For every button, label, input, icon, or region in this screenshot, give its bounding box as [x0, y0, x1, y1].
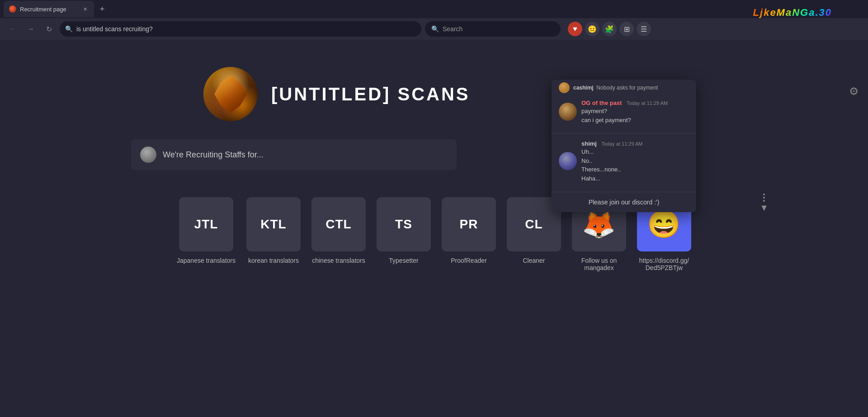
profile-button[interactable]: 😐	[585, 22, 599, 36]
nav-bar: ← → ↻ 🔍 is untitled scans recruiting? 🔍 …	[0, 18, 868, 40]
role-box-pr: PR	[442, 197, 496, 251]
role-label-ctl: chinese translators	[312, 257, 365, 264]
address-search-icon: 🔍	[65, 25, 73, 33]
scroll-arrow-icon: ▼	[760, 203, 769, 213]
discord-emoji: 😄	[647, 211, 681, 238]
role-label-ts: Typesetter	[389, 257, 418, 264]
role-box-jtl: JTL	[179, 197, 233, 251]
group-avatar	[203, 67, 258, 121]
role-box-ts: TS	[377, 197, 431, 251]
role-card-pr: PR ProofReader	[442, 197, 496, 271]
chat-message-header-shimj: shimj Today at 11:29 AM Uh...No..Theres.…	[559, 139, 689, 183]
chat-small-avatar	[559, 82, 570, 93]
address-text: is untitled scans recruiting?	[76, 25, 416, 33]
role-label-discord: https://discord.gg/Ded5PZBTjw	[639, 257, 689, 271]
tab-bar: Recruitment page ✕ +	[0, 0, 868, 18]
forward-button[interactable]: →	[24, 22, 38, 36]
og-message-text: payment?can i get payment?	[581, 107, 689, 124]
site-logo-text: LjkeMaNGa.30	[753, 7, 832, 18]
scroll-dot-2	[763, 197, 765, 199]
role-box-ctl: CTL	[311, 197, 366, 251]
shimj-message-content: shimj Today at 11:29 AM Uh...No..Theres.…	[581, 139, 689, 183]
chat-footer: Please join our discord :')	[552, 192, 696, 212]
recruit-bar: We're Recruiting Staffs for...	[131, 139, 457, 170]
chat-header-line: cashimj Nobody asks for payment	[552, 80, 696, 93]
search-bar[interactable]: 🔍 Search	[425, 21, 561, 37]
chat-message-og: OG of the past Today at 11:29 AM payment…	[552, 93, 696, 134]
role-card-ctl: CTL chinese translators	[311, 197, 366, 271]
role-label-jtl: Japanese translators	[177, 257, 236, 264]
role-card-jtl: JTL Japanese translators	[177, 197, 236, 271]
search-placeholder: Search	[443, 25, 462, 33]
shimj-message-text: Uh...No..Theres...none..Haha...	[581, 147, 689, 183]
tab-title: Recruitment page	[20, 6, 78, 13]
chat-message-header-og: OG of the past Today at 11:29 AM payment…	[559, 99, 689, 124]
fox-emoji: 🦊	[582, 211, 616, 238]
scroll-dots	[763, 194, 765, 202]
address-bar[interactable]: 🔍 is untitled scans recruiting?	[60, 21, 421, 37]
scroll-arrow: ▼	[760, 194, 769, 213]
puzzle-button[interactable]: 🧩	[602, 22, 617, 36]
role-label-mangadex: Follow us onmangadex	[581, 257, 617, 271]
site-logo: LjkeMaNGa.30	[753, 5, 832, 19]
chat-header-username-text: cashimj	[573, 85, 594, 91]
active-tab[interactable]: Recruitment page ✕	[4, 1, 94, 17]
og-timestamp: Today at 11:29 AM	[627, 100, 668, 106]
role-card-ts: TS Typesetter	[377, 197, 431, 271]
search-icon: 🔍	[431, 25, 439, 33]
shimj-avatar	[559, 152, 577, 170]
scroll-dot-3	[763, 200, 765, 202]
menu-button[interactable]: ☰	[637, 22, 651, 36]
scroll-dot-1	[763, 194, 765, 195]
chat-popup: cashimj Nobody asks for payment OG of th…	[552, 80, 696, 212]
main-content: ⚙ cashimj Nobody asks for payment OG of …	[0, 40, 868, 417]
heart-button[interactable]: ♥	[568, 22, 582, 36]
group-header: [UNTITLED] SCANS	[0, 40, 868, 139]
chat-message-shimj: shimj Today at 11:29 AM Uh...No..Theres.…	[552, 134, 696, 192]
og-username: OG of the past	[581, 100, 622, 106]
tab-close-button[interactable]: ✕	[81, 5, 89, 13]
group-avatar-image	[203, 67, 258, 121]
shimj-timestamp: Today at 11:29 AM	[601, 141, 642, 147]
role-label-pr: ProofReader	[451, 257, 486, 264]
og-avatar	[559, 103, 577, 121]
recruit-text: We're Recruiting Staffs for...	[163, 150, 264, 160]
chat-header-username: cashimj Nobody asks for payment	[573, 85, 658, 91]
role-card-ktl: KTL korean translators	[246, 197, 301, 271]
new-tab-button[interactable]: +	[96, 3, 108, 15]
role-label-ktl: korean translators	[248, 257, 299, 264]
browser-actions: ♥ 😐 🧩 ⊞ ☰	[568, 22, 651, 36]
reload-button[interactable]: ↻	[42, 22, 56, 36]
tab-favicon-icon	[9, 5, 16, 13]
grid-button[interactable]: ⊞	[619, 22, 634, 36]
recruit-avatar	[140, 147, 156, 163]
role-label-cl: Cleaner	[523, 257, 545, 264]
settings-gear-icon[interactable]: ⚙	[849, 85, 859, 98]
role-box-ktl: KTL	[246, 197, 301, 251]
roles-section: JTL Japanese translators KTL korean tran…	[0, 188, 868, 280]
group-name: [UNTITLED] SCANS	[271, 84, 470, 104]
back-button[interactable]: ←	[5, 22, 20, 36]
shimj-username: shimj	[581, 140, 597, 147]
og-message-content: OG of the past Today at 11:29 AM payment…	[581, 99, 689, 124]
